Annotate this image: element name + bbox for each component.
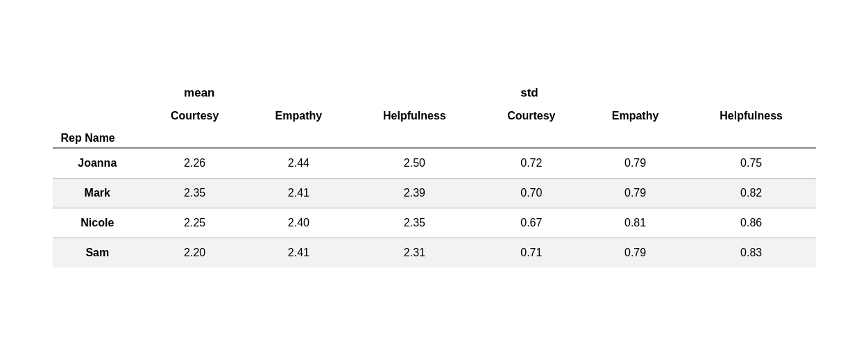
cell-std-empathy: 0.79	[584, 179, 686, 208]
cell-mean-empathy: 2.41	[247, 238, 350, 268]
cell-mean-courtesy: 2.25	[142, 208, 247, 238]
col-header-std-helpfulness: Helpfulness	[687, 106, 816, 126]
cell-mean-empathy: 2.41	[247, 179, 350, 208]
cell-std-helpfulness: 0.82	[687, 179, 816, 208]
table-body: Joanna2.262.442.500.720.790.75Mark2.352.…	[53, 148, 816, 267]
cell-mean-courtesy: 2.20	[142, 238, 247, 268]
cell-name: Mark	[53, 179, 143, 208]
col-header-std-empathy: Empathy	[584, 106, 686, 126]
table-row: Sam2.202.412.310.710.790.83	[53, 238, 816, 268]
row-index-label-row: Rep Name	[53, 126, 816, 148]
cell-name: Sam	[53, 238, 143, 268]
cell-mean-helpfulness: 2.39	[350, 179, 479, 208]
table-container: mean std Courtesy Empathy Helpfulness Co…	[53, 81, 816, 267]
cell-name: Nicole	[53, 208, 143, 238]
mean-group-header: mean	[142, 81, 479, 106]
cell-std-courtesy: 0.71	[479, 238, 584, 268]
group-header-row: mean std	[53, 81, 816, 106]
col-header-mean-courtesy: Courtesy	[142, 106, 247, 126]
cell-std-empathy: 0.81	[584, 208, 686, 238]
col-header-row: Courtesy Empathy Helpfulness Courtesy Em…	[53, 106, 816, 126]
data-table: mean std Courtesy Empathy Helpfulness Co…	[53, 81, 816, 267]
cell-std-courtesy: 0.67	[479, 208, 584, 238]
cell-mean-helpfulness: 2.35	[350, 208, 479, 238]
cell-name: Joanna	[53, 148, 143, 179]
cell-mean-helpfulness: 2.31	[350, 238, 479, 268]
cell-std-empathy: 0.79	[584, 148, 686, 179]
row-index-label: Rep Name	[53, 126, 816, 148]
cell-std-helpfulness: 0.75	[687, 148, 816, 179]
cell-std-courtesy: 0.70	[479, 179, 584, 208]
col-header-mean-empathy: Empathy	[247, 106, 350, 126]
cell-mean-courtesy: 2.35	[142, 179, 247, 208]
table-row: Joanna2.262.442.500.720.790.75	[53, 148, 816, 179]
col-header-mean-helpfulness: Helpfulness	[350, 106, 479, 126]
col-header-empty	[53, 106, 143, 126]
cell-std-helpfulness: 0.86	[687, 208, 816, 238]
table-row: Mark2.352.412.390.700.790.82	[53, 179, 816, 208]
cell-mean-empathy: 2.44	[247, 148, 350, 179]
cell-std-courtesy: 0.72	[479, 148, 584, 179]
empty-corner	[53, 81, 143, 106]
cell-mean-helpfulness: 2.50	[350, 148, 479, 179]
cell-std-empathy: 0.79	[584, 238, 686, 268]
std-group-header: std	[479, 81, 815, 106]
cell-std-helpfulness: 0.83	[687, 238, 816, 268]
cell-mean-empathy: 2.40	[247, 208, 350, 238]
table-row: Nicole2.252.402.350.670.810.86	[53, 208, 816, 238]
cell-mean-courtesy: 2.26	[142, 148, 247, 179]
col-header-std-courtesy: Courtesy	[479, 106, 584, 126]
